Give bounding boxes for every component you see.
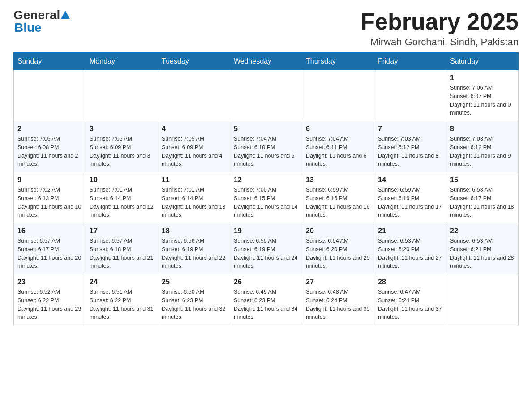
day-info: Sunrise: 6:52 AMSunset: 6:22 PMDaylight:… [17,288,82,321]
calendar-cell: 13Sunrise: 6:59 AMSunset: 6:16 PMDayligh… [302,172,374,223]
calendar-cell: 21Sunrise: 6:53 AMSunset: 6:20 PMDayligh… [374,223,446,274]
calendar-cell: 24Sunrise: 6:51 AMSunset: 6:22 PMDayligh… [86,274,158,325]
calendar-cell: 5Sunrise: 7:04 AMSunset: 6:10 PMDaylight… [230,121,302,172]
calendar-cell: 8Sunrise: 7:03 AMSunset: 6:12 PMDaylight… [446,121,519,172]
day-info: Sunrise: 7:06 AMSunset: 6:07 PMDaylight:… [450,84,515,117]
day-number: 8 [450,125,515,133]
header-wednesday: Wednesday [230,53,302,70]
logo-general-text: General [13,9,60,21]
calendar-title: February 2025 [360,9,519,34]
day-info: Sunrise: 6:55 AMSunset: 6:19 PMDaylight:… [234,237,298,270]
header-friday: Friday [374,53,446,70]
day-info: Sunrise: 7:04 AMSunset: 6:11 PMDaylight:… [306,135,370,168]
calendar-cell [158,70,230,121]
day-info: Sunrise: 6:47 AMSunset: 6:24 PMDaylight:… [378,288,442,321]
calendar-cell: 16Sunrise: 6:57 AMSunset: 6:17 PMDayligh… [14,223,86,274]
calendar-cell: 7Sunrise: 7:03 AMSunset: 6:12 PMDaylight… [374,121,446,172]
day-info: Sunrise: 6:58 AMSunset: 6:17 PMDaylight:… [450,186,515,219]
page-header: General Blue February 2025 Mirwah Gorcha… [13,9,519,48]
day-info: Sunrise: 6:54 AMSunset: 6:20 PMDaylight:… [306,237,370,270]
day-info: Sunrise: 6:59 AMSunset: 6:16 PMDaylight:… [378,186,442,219]
day-number: 15 [450,176,515,184]
day-number: 28 [378,278,442,286]
day-info: Sunrise: 7:03 AMSunset: 6:12 PMDaylight:… [450,135,515,168]
day-info: Sunrise: 7:01 AMSunset: 6:14 PMDaylight:… [162,186,226,219]
calendar-week-row-0: 1Sunrise: 7:06 AMSunset: 6:07 PMDaylight… [14,70,519,121]
calendar-cell: 9Sunrise: 7:02 AMSunset: 6:13 PMDaylight… [14,172,86,223]
day-number: 5 [234,125,298,133]
logo: General Blue [13,9,70,34]
day-number: 26 [234,278,298,286]
calendar-cell: 26Sunrise: 6:49 AMSunset: 6:23 PMDayligh… [230,274,302,325]
day-number: 21 [378,227,442,235]
day-info: Sunrise: 6:57 AMSunset: 6:17 PMDaylight:… [17,237,82,270]
day-number: 7 [378,125,442,133]
calendar-cell: 15Sunrise: 6:58 AMSunset: 6:17 PMDayligh… [446,172,519,223]
calendar-cell: 17Sunrise: 6:57 AMSunset: 6:18 PMDayligh… [86,223,158,274]
day-info: Sunrise: 7:05 AMSunset: 6:09 PMDaylight:… [90,135,154,168]
day-number: 11 [162,176,226,184]
calendar-cell: 6Sunrise: 7:04 AMSunset: 6:11 PMDaylight… [302,121,374,172]
day-number: 9 [17,176,82,184]
calendar-week-row-4: 23Sunrise: 6:52 AMSunset: 6:22 PMDayligh… [14,274,519,325]
day-number: 13 [306,176,370,184]
day-number: 25 [162,278,226,286]
calendar-cell: 10Sunrise: 7:01 AMSunset: 6:14 PMDayligh… [86,172,158,223]
day-info: Sunrise: 6:51 AMSunset: 6:22 PMDaylight:… [90,288,154,321]
calendar-table: Sunday Monday Tuesday Wednesday Thursday… [13,52,519,325]
day-info: Sunrise: 6:56 AMSunset: 6:19 PMDaylight:… [162,237,226,270]
day-number: 22 [450,227,515,235]
calendar-subtitle: Mirwah Gorchani, Sindh, Pakistan [360,36,519,48]
header-sunday: Sunday [14,53,86,70]
day-info: Sunrise: 7:02 AMSunset: 6:13 PMDaylight:… [17,186,82,219]
calendar-cell [374,70,446,121]
day-info: Sunrise: 7:04 AMSunset: 6:10 PMDaylight:… [234,135,298,168]
calendar-cell [446,274,519,325]
day-number: 23 [17,278,82,286]
day-info: Sunrise: 6:57 AMSunset: 6:18 PMDaylight:… [90,237,154,270]
day-number: 12 [234,176,298,184]
calendar-header-row: Sunday Monday Tuesday Wednesday Thursday… [14,53,519,70]
day-info: Sunrise: 6:48 AMSunset: 6:24 PMDaylight:… [306,288,370,321]
calendar-cell: 12Sunrise: 7:00 AMSunset: 6:15 PMDayligh… [230,172,302,223]
day-number: 18 [162,227,226,235]
calendar-week-row-2: 9Sunrise: 7:02 AMSunset: 6:13 PMDaylight… [14,172,519,223]
day-number: 16 [17,227,82,235]
calendar-cell: 11Sunrise: 7:01 AMSunset: 6:14 PMDayligh… [158,172,230,223]
calendar-cell: 23Sunrise: 6:52 AMSunset: 6:22 PMDayligh… [14,274,86,325]
day-info: Sunrise: 7:05 AMSunset: 6:09 PMDaylight:… [162,135,226,168]
day-info: Sunrise: 7:06 AMSunset: 6:08 PMDaylight:… [17,135,82,168]
calendar-week-row-1: 2Sunrise: 7:06 AMSunset: 6:08 PMDaylight… [14,121,519,172]
calendar-cell: 22Sunrise: 6:53 AMSunset: 6:21 PMDayligh… [446,223,519,274]
calendar-cell: 18Sunrise: 6:56 AMSunset: 6:19 PMDayligh… [158,223,230,274]
day-info: Sunrise: 7:03 AMSunset: 6:12 PMDaylight:… [378,135,442,168]
calendar-cell: 20Sunrise: 6:54 AMSunset: 6:20 PMDayligh… [302,223,374,274]
day-number: 24 [90,278,154,286]
title-section: February 2025 Mirwah Gorchani, Sindh, Pa… [360,9,519,48]
calendar-cell: 2Sunrise: 7:06 AMSunset: 6:08 PMDaylight… [14,121,86,172]
day-number: 6 [306,125,370,133]
calendar-cell: 1Sunrise: 7:06 AMSunset: 6:07 PMDaylight… [446,70,519,121]
day-info: Sunrise: 6:59 AMSunset: 6:16 PMDaylight:… [306,186,370,219]
day-number: 27 [306,278,370,286]
calendar-cell: 14Sunrise: 6:59 AMSunset: 6:16 PMDayligh… [374,172,446,223]
calendar-cell [14,70,86,121]
logo-triangle-icon [61,11,70,19]
header-saturday: Saturday [446,53,519,70]
calendar-cell: 4Sunrise: 7:05 AMSunset: 6:09 PMDaylight… [158,121,230,172]
day-info: Sunrise: 6:49 AMSunset: 6:23 PMDaylight:… [234,288,298,321]
calendar-cell: 27Sunrise: 6:48 AMSunset: 6:24 PMDayligh… [302,274,374,325]
header-thursday: Thursday [302,53,374,70]
day-info: Sunrise: 7:01 AMSunset: 6:14 PMDaylight:… [90,186,154,219]
header-tuesday: Tuesday [158,53,230,70]
calendar-cell [302,70,374,121]
calendar-cell: 19Sunrise: 6:55 AMSunset: 6:19 PMDayligh… [230,223,302,274]
calendar-cell [86,70,158,121]
day-number: 10 [90,176,154,184]
calendar-cell [230,70,302,121]
day-info: Sunrise: 7:00 AMSunset: 6:15 PMDaylight:… [234,186,298,219]
day-number: 3 [90,125,154,133]
logo-blue-text: Blue [13,21,70,34]
day-number: 14 [378,176,442,184]
day-info: Sunrise: 6:50 AMSunset: 6:23 PMDaylight:… [162,288,226,321]
